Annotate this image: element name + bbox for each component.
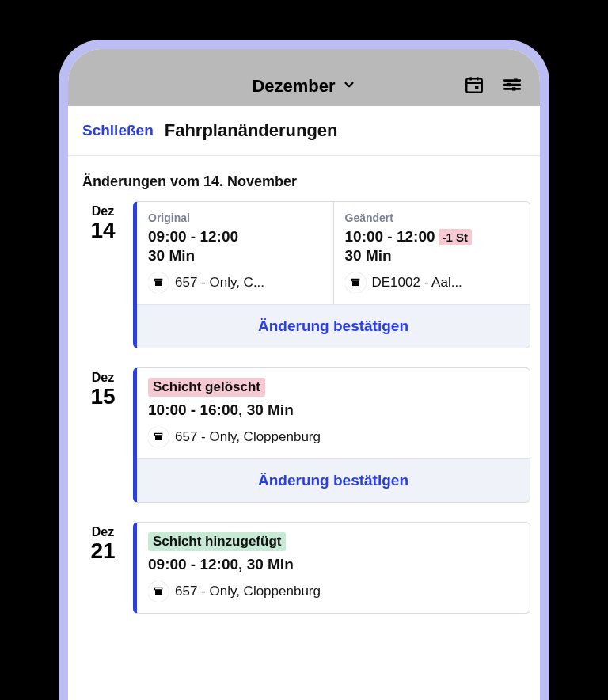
original-label: Original [148,211,322,224]
month-selector[interactable]: Dezember [252,76,355,97]
original-break: 30 Min [148,247,322,264]
entry-date-month: Dez [82,371,124,385]
section-subtitle: Änderungen vom 14. November [68,156,540,201]
modal-title: Fahrplanänderungen [165,120,338,141]
change-card: Original 09:00 - 12:00 30 Min 657 - Only… [133,201,530,348]
changed-location: DE1002 - Aal... [372,275,462,291]
store-icon [345,272,366,293]
svg-rect-8 [514,78,517,82]
chevron-down-icon [342,76,356,97]
original-location: 657 - Only, C... [175,275,264,291]
shift-deleted-badge: Schicht gelöscht [148,378,265,397]
changed-time: 10:00 - 12:00 [345,227,435,247]
confirm-button[interactable]: Änderung bestätigen [137,304,530,348]
store-icon [148,272,169,293]
shift-location: 657 - Only, Cloppenburg [175,584,321,599]
original-time: 09:00 - 12:00 [148,227,322,247]
entry-date-month: Dez [82,525,124,539]
calendar-icon[interactable] [464,74,484,98]
change-entry: Dez 14 Original 09:00 - 12:00 30 Min 657… [68,201,540,367]
change-card: Schicht gelöscht 10:00 - 16:00, 30 Min 6… [133,367,530,503]
entry-date: Dez 15 [82,367,124,503]
month-label: Dezember [252,76,335,97]
original-panel: Original 09:00 - 12:00 30 Min 657 - Only… [137,202,333,304]
entry-date: Dez 14 [82,201,124,348]
shift-added-badge: Schicht hinzugefügt [148,532,286,551]
entry-date-day: 14 [82,219,124,243]
change-card: Schicht hinzugefügt 09:00 - 12:00, 30 Mi… [133,522,530,614]
time-delta-badge: -1 St [439,229,473,246]
phone-frame: Dezember Schließen Fahrplanänderungen Än… [59,40,549,700]
store-icon [148,581,169,602]
entry-date: Dez 21 [82,522,124,614]
close-button[interactable]: Schließen [82,122,154,139]
entry-date-day: 21 [82,539,124,564]
entry-date-month: Dez [82,204,124,219]
shift-location: 657 - Only, Cloppenburg [175,429,321,445]
svg-rect-10 [512,87,515,90]
changed-panel: Geändert 10:00 - 12:00 -1 St 30 Min DE10… [333,202,530,304]
confirm-button[interactable]: Änderung bestätigen [137,458,530,502]
changed-break: 30 Min [345,247,519,264]
svg-rect-4 [475,86,478,89]
modal-header: Schließen Fahrplanänderungen [68,106,540,156]
app-topbar: Dezember [68,49,540,106]
store-icon [148,427,169,447]
filter-sliders-icon[interactable] [502,74,522,98]
svg-rect-9 [507,83,511,86]
svg-rect-0 [466,78,482,92]
change-entry: Dez 15 Schicht gelöscht 10:00 - 16:00, 3… [68,367,540,522]
change-entry: Dez 21 Schicht hinzugefügt 09:00 - 12:00… [68,522,540,633]
changed-label: Geändert [345,211,519,224]
shift-time-line: 10:00 - 16:00, 30 Min [148,401,519,419]
entry-date-day: 15 [82,385,124,409]
shift-time-line: 09:00 - 12:00, 30 Min [148,556,519,573]
